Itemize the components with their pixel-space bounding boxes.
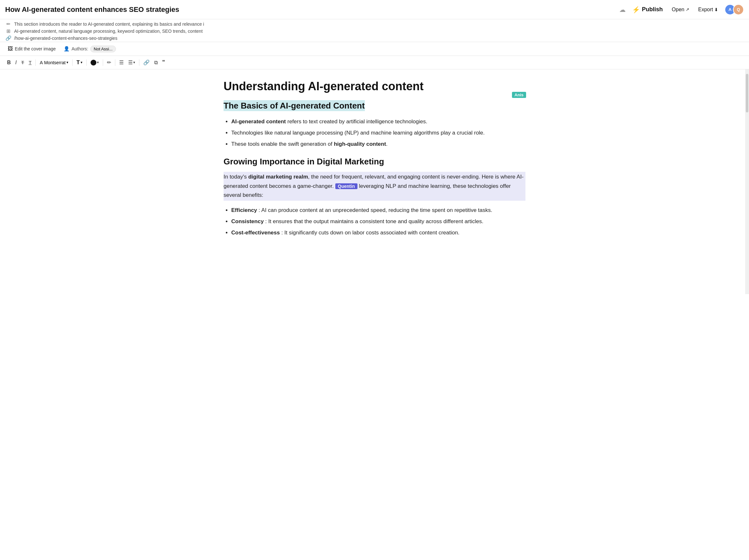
list-item: Efficiency : AI can produce content at a… (231, 206, 526, 215)
toolbar-divider-3 (86, 59, 87, 66)
align-button[interactable]: ☰ ▾ (126, 58, 137, 67)
item-text: These tools enable the swift generation … (231, 141, 388, 147)
meta-slug-text: /how-ai-generated-content-enhances-seo-s… (14, 36, 117, 41)
anis-badge: Anis (512, 92, 526, 98)
list-item: AI-generated content refers to text crea… (231, 117, 526, 127)
quote-button[interactable]: " (160, 58, 167, 67)
item-text: refers to text created by artificial int… (287, 119, 428, 125)
open-label: Open (672, 7, 684, 13)
quentin-badge: Quentin (335, 184, 358, 189)
item-text: : It significantly cuts down on labor co… (281, 230, 459, 236)
content-area: Understanding AI-generated content The B… (0, 69, 749, 294)
item-text: Technologies like natural language proce… (231, 130, 485, 136)
cloud-save-icon: ☁ (619, 6, 626, 14)
basics-list: AI-generated content refers to text crea… (231, 117, 526, 149)
document-title: How AI-generated content enhances SEO st… (5, 5, 614, 14)
italic-button[interactable]: I (14, 59, 19, 67)
meta-slug: 🔗 /how-ai-generated-content-enhances-seo… (5, 35, 744, 41)
text-size-icon: T (77, 60, 80, 65)
font-name: Montserrat (44, 60, 66, 65)
authors-section: 👤 Authors: Not Assi... (64, 46, 116, 52)
link-icon: 🔗 (5, 35, 12, 41)
meta-section: ✏ This section introduces the reader to … (0, 19, 749, 42)
chevron-down-icon: ▾ (66, 60, 68, 65)
basics-heading-container: The Basics of AI-generated Content Anis (223, 101, 526, 111)
avatar-2: Q (733, 4, 744, 15)
edit-cover-label: Edit the cover image (15, 46, 56, 51)
bold-text: Consistency (231, 218, 264, 224)
link-toolbar-icon: 🔗 (143, 59, 150, 65)
formatting-toolbar: B I T T A Montserrat ▾ T ▾ ▾ ✏ ☰ ☰ ▾ 🔗 ⧉… (0, 56, 749, 69)
chevron-down-icon-2: ▾ (81, 60, 83, 65)
highlight-button[interactable]: ✏ (105, 58, 113, 67)
scrollbar-track[interactable] (745, 69, 749, 294)
edit-cover-button[interactable]: 🖼 Edit the cover image (5, 45, 59, 53)
collaborator-avatars: A Q (725, 4, 744, 15)
image-toolbar-icon: ⧉ (154, 60, 158, 65)
item-text: : AI can produce content at an unprecede… (259, 207, 492, 213)
bold-text: digital marketing realm (248, 174, 308, 180)
publish-label: Publish (642, 6, 663, 13)
underline-button[interactable]: T (27, 59, 34, 66)
pencil-icon: ✏ (5, 21, 12, 27)
font-family-selector[interactable]: A Montserrat ▾ (38, 59, 70, 66)
bold-text: Cost-effectiveness (231, 230, 280, 236)
top-bar: How AI-generated content enhances SEO st… (0, 0, 749, 19)
underline-icon: T (28, 60, 31, 65)
open-button[interactable]: Open ↗ (669, 5, 692, 14)
cover-authors-row: 🖼 Edit the cover image 👤 Authors: Not As… (0, 42, 749, 56)
color-picker-button[interactable]: ▾ (89, 59, 101, 67)
external-link-icon: ↗ (686, 7, 689, 12)
top-actions: ⚡ Publish Open ↗ Export ⬇ A Q (629, 4, 744, 15)
toolbar-divider-6 (139, 59, 140, 66)
growing-heading: Growing Importance in Digital Marketing (223, 157, 526, 167)
chevron-down-icon-3: ▾ (97, 60, 99, 65)
list-item: Cost-effectiveness : It significantly cu… (231, 228, 526, 238)
bold-text: Efficiency (231, 207, 257, 213)
para-start: In today's (223, 174, 248, 180)
toolbar-divider-5 (115, 59, 115, 66)
list-item: Consistency : It ensures that the output… (231, 217, 526, 227)
bold-button[interactable]: B (5, 59, 13, 67)
strikethrough-icon: T (21, 60, 24, 65)
link-button[interactable]: 🔗 (141, 58, 152, 67)
font-size-selector[interactable]: T ▾ (74, 59, 84, 67)
strikethrough-button[interactable]: T (19, 59, 26, 66)
basics-heading: The Basics of AI-generated Content (223, 101, 526, 111)
export-label: Export (698, 7, 713, 13)
meta-description-text: This section introduces the reader to AI… (14, 22, 204, 27)
item-text: : It ensures that the output maintains a… (265, 218, 484, 224)
meta-keywords: ⊞ AI-generated content, natural language… (5, 28, 744, 34)
bold-text: high-quality content (334, 141, 386, 147)
authors-value-button[interactable]: Not Assi... (90, 46, 116, 52)
list-item: These tools enable the swift generation … (231, 140, 526, 149)
lightning-icon: ⚡ (632, 6, 640, 14)
benefits-list: Efficiency : AI can produce content at a… (231, 206, 526, 238)
authors-label: Authors: (72, 46, 88, 51)
meta-description: ✏ This section introduces the reader to … (5, 21, 744, 27)
color-swatch (90, 60, 97, 65)
chevron-down-icon-4: ▾ (133, 60, 135, 65)
person-icon: 👤 (64, 46, 70, 52)
publish-button[interactable]: ⚡ Publish (629, 4, 665, 15)
export-button[interactable]: Export ⬇ (696, 5, 721, 14)
list-button[interactable]: ☰ (117, 58, 126, 67)
list-icon: ☰ (119, 59, 124, 65)
scrollbar-thumb[interactable] (746, 74, 748, 112)
list-item: Technologies like natural language proce… (231, 128, 526, 138)
font-icon: A (40, 60, 43, 65)
growing-paragraph: In today's digital marketing realm, the … (223, 172, 526, 201)
toolbar-divider-2 (72, 59, 72, 66)
quote-icon: " (162, 59, 165, 66)
grid-icon: ⊞ (5, 28, 12, 34)
basics-heading-text: The Basics of AI-generated Content (223, 100, 365, 111)
image-icon: 🖼 (8, 46, 13, 52)
image-button[interactable]: ⧉ (152, 59, 159, 67)
meta-keywords-text: AI-generated content, natural language p… (14, 28, 203, 34)
download-icon: ⬇ (714, 7, 718, 12)
highlight-icon: ✏ (107, 59, 111, 65)
bold-text: AI-generated content (231, 119, 286, 125)
toolbar-divider-1 (35, 59, 36, 66)
editor[interactable]: Understanding AI-generated content The B… (198, 69, 551, 294)
align-icon: ☰ (128, 59, 133, 65)
